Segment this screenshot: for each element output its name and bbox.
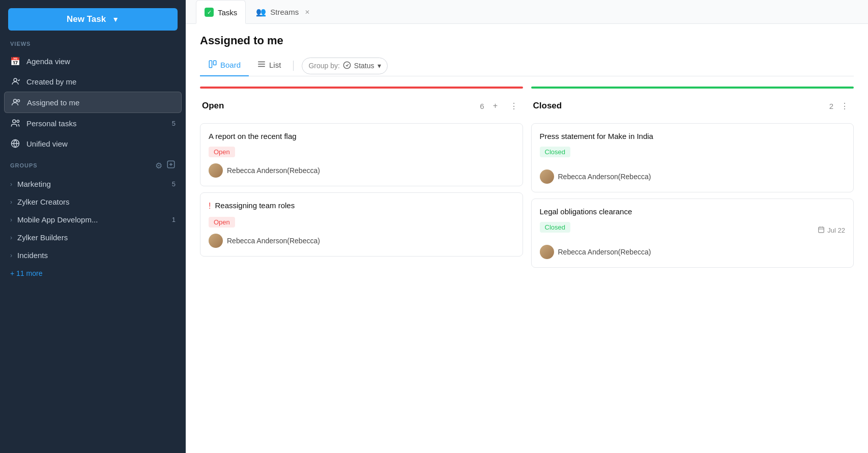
svg-point-4 <box>17 120 19 123</box>
svg-point-0 <box>14 78 17 81</box>
group-badge: 1 <box>172 216 176 223</box>
svg-rect-16 <box>819 227 824 233</box>
sidebar-item-unified[interactable]: Unified view <box>0 133 186 154</box>
status-badge: Closed <box>540 222 570 233</box>
svg-point-2 <box>17 100 20 102</box>
group-by-label: Group by: <box>308 62 339 70</box>
assignee-name: Rebecca Anderson(Rebecca) <box>227 237 320 245</box>
card-footer: Closed Jul 22 <box>540 222 846 239</box>
status-check-icon <box>343 61 351 71</box>
close-icon[interactable]: ✕ <box>305 9 310 16</box>
group-label: Zylker Creators <box>17 197 70 206</box>
column-menu-button[interactable]: ⋮ <box>837 99 852 113</box>
sidebar-item-label: Agenda view <box>26 57 70 66</box>
task-title: Press statement for Make in India <box>540 132 846 140</box>
group-item-incidents[interactable]: › Incidents <box>0 246 186 264</box>
column-count-open: 6 <box>480 102 484 110</box>
sidebar-item-label: Unified view <box>26 139 68 148</box>
personal-badge: 5 <box>172 120 176 127</box>
assignee-name: Rebecca Anderson(Rebecca) <box>558 173 651 181</box>
view-tab-board[interactable]: Board <box>200 55 249 76</box>
column-header-closed: Closed 2 ⋮ <box>531 99 854 113</box>
sidebar-item-created[interactable]: Created by me <box>0 71 186 92</box>
group-item-mobile-app[interactable]: › Mobile App Developm... 1 <box>0 211 186 229</box>
group-by-control[interactable]: Group by: Status ▾ <box>302 58 387 74</box>
group-label: Zylker Builders <box>17 233 68 242</box>
sidebar-item-label: Personal tasks <box>26 119 76 128</box>
page-header: Assigned to me Board <box>186 24 868 76</box>
group-item-marketing[interactable]: › Marketing 5 <box>0 175 186 193</box>
chevron-right-icon: › <box>10 234 12 241</box>
task-card[interactable]: Legal obligations clearance Closed <box>531 199 854 268</box>
chevron-down-icon: ▾ <box>378 62 381 70</box>
tab-label: Streams <box>270 8 299 16</box>
task-title: ! Reassigning team roles <box>209 201 514 211</box>
add-group-icon[interactable] <box>166 160 176 171</box>
column-count-closed: 2 <box>829 102 833 110</box>
task-card[interactable]: A report on the recent flag Open Rebecca… <box>200 123 523 186</box>
views-section-label: VIEWS <box>0 41 186 51</box>
task-title: Legal obligations clearance <box>540 207 846 216</box>
task-card[interactable]: Press statement for Make in India Closed… <box>531 123 854 192</box>
due-date: Jul 22 <box>818 226 845 235</box>
priority-icon: ! <box>209 202 211 211</box>
svg-rect-11 <box>214 61 216 65</box>
tab-label: Tasks <box>218 8 237 17</box>
group-label: Mobile App Developm... <box>17 215 98 224</box>
chevron-down-icon: ▼ <box>112 15 119 23</box>
svg-point-3 <box>13 120 16 123</box>
board-icon <box>208 60 217 70</box>
due-date-value: Jul 22 <box>827 227 845 234</box>
assigned-icon <box>11 97 21 107</box>
group-label: Incidents <box>17 251 48 260</box>
group-badge: 5 <box>172 180 176 188</box>
assignee-name: Rebecca Anderson(Rebecca) <box>227 166 320 175</box>
status-badge: Open <box>209 147 235 157</box>
board-content: Open 6 + ⋮ A report on the recent flag O… <box>186 76 868 453</box>
chevron-right-icon: › <box>10 181 12 188</box>
new-task-button[interactable]: New Task ▼ <box>8 8 178 31</box>
sidebar-item-agenda[interactable]: 📅 Agenda view <box>0 51 186 71</box>
column-open: Open 6 + ⋮ A report on the recent flag O… <box>200 87 523 443</box>
sidebar: New Task ▼ VIEWS 📅 Agenda view Created b… <box>0 0 186 453</box>
sidebar-item-assigned[interactable]: Assigned to me <box>4 92 182 113</box>
groups-actions: ⚙ <box>155 160 176 171</box>
column-bar-closed <box>531 87 854 89</box>
card-footer: Closed <box>540 147 846 163</box>
column-closed: Closed 2 ⋮ Press statement for Make in I… <box>531 87 854 443</box>
group-item-zylker-builders[interactable]: › Zylker Builders <box>0 229 186 246</box>
assignee: Rebecca Anderson(Rebecca) <box>209 163 514 178</box>
add-card-button[interactable]: + <box>488 99 503 113</box>
column-title-closed: Closed <box>533 101 825 111</box>
streams-icon: 👥 <box>256 7 266 17</box>
svg-rect-10 <box>209 61 212 68</box>
column-menu-button[interactable]: ⋮ <box>507 99 521 113</box>
svg-point-1 <box>14 99 17 102</box>
avatar <box>209 234 223 248</box>
task-title: A report on the recent flag <box>209 132 514 140</box>
main-content: ✓ Tasks 👥 Streams ✕ Assigned to me Board <box>186 0 868 453</box>
chevron-right-icon: › <box>10 199 12 206</box>
group-item-zylker-creators[interactable]: › Zylker Creators <box>0 193 186 211</box>
assignee: Rebecca Anderson(Rebecca) <box>540 169 846 184</box>
groups-list: › Marketing 5 › Zylker Creators › Mobile… <box>0 175 186 264</box>
sidebar-item-label: Created by me <box>26 77 76 86</box>
tab-streams[interactable]: 👥 Streams ✕ <box>248 0 318 24</box>
created-icon <box>10 76 20 87</box>
chevron-right-icon: › <box>10 216 12 223</box>
settings-icon[interactable]: ⚙ <box>155 161 162 171</box>
avatar <box>209 163 223 178</box>
tab-tasks[interactable]: ✓ Tasks <box>196 0 246 24</box>
chevron-right-icon: › <box>10 252 12 259</box>
agenda-icon: 📅 <box>10 56 20 66</box>
unified-icon <box>10 138 20 149</box>
tasks-check-icon: ✓ <box>205 8 214 17</box>
group-by-value: Status <box>354 62 374 70</box>
view-tab-label: Board <box>220 61 241 69</box>
sidebar-item-label: Assigned to me <box>27 98 79 107</box>
avatar <box>540 245 554 259</box>
sidebar-item-personal[interactable]: Personal tasks 5 <box>0 113 186 133</box>
task-card[interactable]: ! Reassigning team roles Open Rebecca An… <box>200 192 523 257</box>
more-groups-link[interactable]: + 11 more <box>0 264 186 282</box>
view-tab-list[interactable]: List <box>249 55 289 76</box>
